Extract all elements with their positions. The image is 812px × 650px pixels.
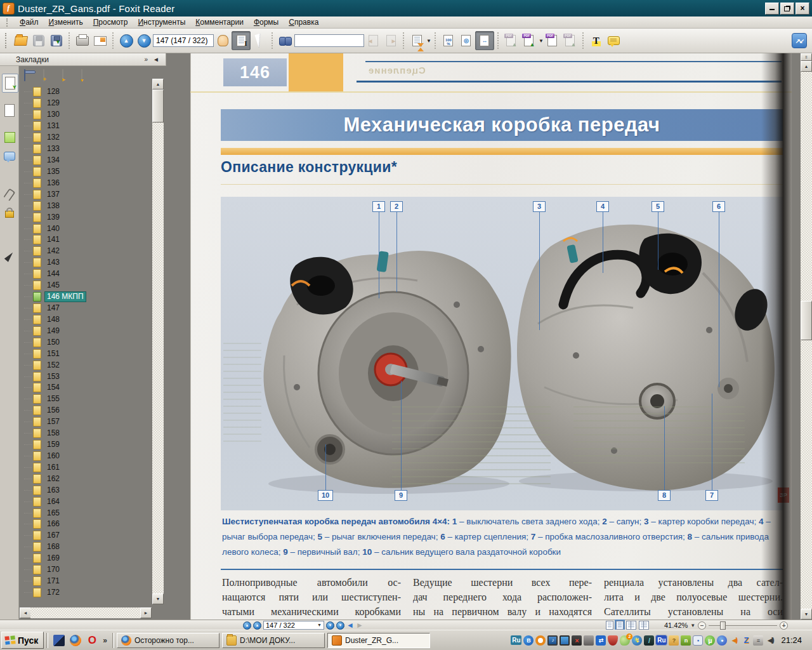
bookmark-item[interactable]: 162	[19, 473, 151, 484]
print-button[interactable]	[74, 32, 91, 50]
select-annotation-button[interactable]	[251, 32, 268, 50]
bookmark-item[interactable]: 159	[19, 439, 151, 451]
bookmark-item[interactable]: 128	[19, 86, 151, 98]
bookmark-item[interactable]: 161	[19, 461, 151, 473]
bookmark-item[interactable]: 166	[19, 519, 151, 530]
hand-tool-button[interactable]	[214, 32, 232, 50]
bookmark-item[interactable]: 164	[19, 496, 151, 507]
bookmarks-scroll-right[interactable]: ►	[140, 607, 152, 618]
task-scheduler-tray-icon[interactable]	[717, 635, 727, 646]
security-panel-button[interactable]	[2, 203, 17, 221]
bookmark-item[interactable]: 143	[19, 257, 151, 269]
touchpad-tray-icon[interactable]	[693, 635, 703, 646]
security-shield-tray-icon[interactable]	[608, 635, 618, 646]
open-button[interactable]	[12, 32, 30, 50]
zoom-slider-handle[interactable]	[720, 621, 726, 630]
bookmark-item[interactable]: 149	[19, 325, 151, 336]
volume-tray-icon[interactable]	[765, 635, 775, 646]
actual-size-button[interactable]: 100%	[440, 32, 457, 50]
bookmark-item[interactable]: 151	[19, 348, 151, 359]
card-reader-tray-icon[interactable]	[584, 635, 594, 646]
bookmark-item[interactable]: 135	[19, 166, 151, 177]
prev-page-button[interactable]: ▲	[253, 621, 261, 630]
quick-launch-overflow[interactable]: »	[100, 636, 110, 645]
update-notifier-tray-icon[interactable]	[620, 635, 630, 646]
teamviewer-tray-icon[interactable]	[596, 635, 606, 646]
bookmark-item[interactable]: 141	[19, 234, 151, 246]
pdf-from-scanner-button[interactable]: PDF▲	[520, 32, 538, 50]
bookmark-item[interactable]: 131	[19, 121, 151, 132]
page-number-input[interactable]	[153, 34, 214, 47]
network-offline-tray-icon[interactable]	[572, 635, 582, 646]
pdf-dropdown[interactable]: ▼	[539, 38, 544, 44]
find-next-button[interactable]	[382, 32, 400, 50]
bookmark-item[interactable]: 152	[19, 359, 151, 371]
continuous-facing-view-button[interactable]	[639, 621, 649, 630]
bookmark-item[interactable]: 165	[19, 507, 151, 519]
start-button[interactable]: Пуск	[1, 632, 44, 649]
bookmark-item[interactable]: 154	[19, 382, 151, 394]
task-button[interactable]: Duster_ZR_G...	[327, 633, 430, 648]
zoom-out-button[interactable]: −	[698, 621, 706, 630]
splitter-handle[interactable]: ≡	[801, 53, 812, 61]
next-view-button[interactable]: ►	[356, 621, 363, 630]
highlight-text-button[interactable]: T	[587, 32, 605, 50]
doc-scroll-up[interactable]: ▲	[801, 61, 812, 72]
add-bookmark-button[interactable]	[43, 70, 54, 82]
firefox-icon[interactable]	[70, 635, 81, 646]
expand-bookmark-button[interactable]	[81, 70, 92, 82]
close-button[interactable]: ×	[796, 3, 809, 15]
bookmarks-scroll-down[interactable]: ▼	[152, 594, 164, 604]
bookmark-item[interactable]: 172	[19, 587, 151, 599]
bookmark-item[interactable]: 167	[19, 530, 151, 541]
comments-panel-button[interactable]	[2, 147, 17, 165]
bookmark-item[interactable]: 156	[19, 405, 151, 416]
select-text-button[interactable]: I	[232, 31, 251, 50]
next-page-button-status[interactable]: ▼	[326, 621, 334, 630]
save-button[interactable]	[30, 32, 48, 50]
delete-bookmark-button[interactable]	[24, 70, 35, 82]
snapshot-button[interactable]	[408, 32, 426, 50]
bookmark-item[interactable]: 170	[19, 564, 151, 576]
fit-width-button[interactable]: ↔	[475, 31, 494, 50]
fullscreen-button[interactable]: ↗↙	[790, 32, 808, 50]
pdf-import-button[interactable]: PDF▲	[502, 32, 520, 50]
zoom-slider[interactable]	[709, 621, 777, 630]
bookmark-item[interactable]: 130	[19, 109, 151, 121]
email-button[interactable]	[91, 32, 109, 50]
bookmark-item[interactable]: 168	[19, 541, 151, 553]
menu-item[interactable]: Просмотр	[88, 17, 133, 27]
total-commander-icon[interactable]	[53, 635, 65, 646]
bluetooth-tray-icon[interactable]	[523, 635, 534, 646]
minimize-button[interactable]	[765, 3, 779, 15]
opera-icon[interactable]: O	[86, 635, 98, 646]
bookmark-item[interactable]: 157	[19, 416, 151, 428]
display-share-tray-icon[interactable]	[560, 635, 570, 646]
bookmarks-panel-button[interactable]	[2, 74, 18, 93]
bookmarks-hscroll-track[interactable]	[30, 607, 140, 618]
utorrent-tray-icon[interactable]	[705, 635, 715, 646]
zona-tray-icon[interactable]	[741, 635, 751, 646]
single-page-view-button[interactable]	[606, 621, 613, 630]
search-input[interactable]	[294, 34, 364, 47]
bookmark-item[interactable]: 140	[19, 223, 151, 234]
snapshot-dropdown[interactable]: ▼	[426, 38, 431, 44]
print-spooler-tray-icon[interactable]	[753, 635, 763, 646]
bookmark-item[interactable]: 136	[19, 177, 151, 189]
bookmark-item[interactable]: 145	[19, 280, 151, 291]
menu-item[interactable]: Инструменты	[133, 17, 190, 27]
task-button[interactable]: D:\МОИ ДОКУ...	[222, 633, 325, 648]
bookmark-item[interactable]: 144	[19, 269, 151, 280]
next-page-button[interactable]: ▼	[135, 32, 153, 50]
bookmark-item[interactable]: 133	[19, 143, 151, 155]
attachments-panel-button[interactable]	[2, 185, 17, 203]
bookmark-item[interactable]: 148	[19, 314, 151, 325]
bookmark-item[interactable]: 150	[19, 336, 151, 348]
bookmark-item[interactable]: 139	[19, 211, 151, 223]
task-button[interactable]: Осторожно тор...	[117, 633, 219, 648]
antivirus-tray-icon[interactable]	[535, 635, 546, 646]
doc-scroll-track[interactable]	[801, 72, 812, 609]
doc-scroll-thumb[interactable]	[801, 301, 812, 340]
system-tool-tray-icon[interactable]	[644, 635, 654, 646]
bookmark-item[interactable]: 129	[19, 98, 151, 109]
